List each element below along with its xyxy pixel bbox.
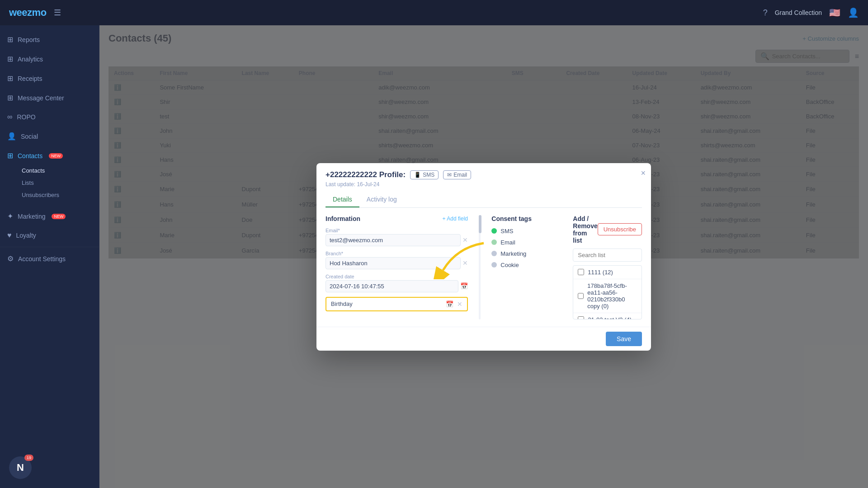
top-navigation: weezmo ☰ ? Grand Collection 🇺🇸 👤 — [0, 0, 868, 25]
birthday-label: Birthday — [331, 300, 363, 307]
email-badge: ✉ Email — [443, 170, 471, 179]
sidebar-item-loyalty[interactable]: ♥ Loyalty — [0, 226, 99, 245]
email-clear-button[interactable]: ✕ — [462, 236, 468, 244]
sidebar-item-marketing[interactable]: ✦ Marketing NEW — [0, 206, 99, 226]
sidebar-item-reports[interactable]: ⊞ Reports — [0, 30, 99, 49]
unsubscribe-button[interactable]: Unsubscribe — [598, 223, 642, 235]
sms-badge: 📱 SMS — [410, 170, 439, 179]
sidebar-item-social[interactable]: 👤 Social — [0, 127, 99, 146]
flag-icon: 🇺🇸 — [829, 7, 840, 18]
notification-count: 19 — [24, 455, 33, 461]
calendar-icon[interactable]: 📅 — [460, 282, 468, 290]
add-field-button[interactable]: + Add field — [443, 216, 468, 222]
list-checkbox-2102[interactable] — [578, 316, 584, 319]
list-items-container: 1111 (12) 178ba78f-5cfb-ea11-aa56-0210b2… — [573, 265, 642, 319]
contacts-icon: ⊞ — [7, 151, 13, 160]
consent-label-marketing: Marketing — [500, 250, 526, 257]
created-date-field-row: Created date 📅 — [326, 274, 468, 292]
tab-activity-log[interactable]: Activity log — [359, 192, 404, 207]
list-item-label: 178ba78f-5cfb-ea11-aa56-0210b2f330b0 cop… — [587, 282, 637, 310]
info-scrollbar — [479, 215, 481, 319]
sidebar-item-label: Message Center — [18, 94, 64, 102]
shop-name: Grand Collection — [775, 9, 822, 16]
help-icon[interactable]: ? — [763, 8, 768, 18]
contacts-new-badge: NEW — [49, 153, 63, 159]
message-center-icon: ⊞ — [7, 94, 13, 102]
information-column: Information + Add field Email* ✕ Branch* — [326, 215, 468, 319]
birthday-calendar-icon[interactable]: 📅 — [446, 300, 453, 308]
consent-sms: SMS — [491, 228, 564, 235]
notification-letter: N — [17, 462, 24, 474]
sidebar-item-analytics[interactable]: ⊞ Analytics — [0, 49, 99, 69]
sidebar-item-label: ROPO — [17, 113, 35, 121]
sidebar-item-label: Contacts — [18, 152, 42, 160]
menu-toggle[interactable]: ☰ — [54, 8, 61, 18]
sidebar-sub-unsubscribers[interactable]: Unsubscribers — [22, 189, 92, 201]
sidebar-item-contacts[interactable]: ⊞ Contacts NEW Contacts Lists Unsubscrib… — [0, 146, 99, 206]
notification-bubble[interactable]: 19 N — [9, 456, 32, 479]
last-update: Last update: 16-Jul-24 — [326, 181, 642, 188]
birthday-field-row: Birthday 📅 ✕ — [326, 297, 468, 311]
consent-email: Email — [491, 239, 564, 246]
branch-clear-button[interactable]: ✕ — [462, 259, 468, 267]
reports-icon: ⊞ — [7, 35, 13, 44]
modal-header: +22222222222 Profile: 📱 SMS ✉ Email Last… — [316, 163, 651, 208]
consent-tags-column: Consent tags SMS Email Marketing — [491, 215, 564, 319]
birthday-input[interactable] — [366, 300, 442, 307]
created-date-input-wrap: 📅 — [326, 280, 468, 292]
list-column: Add / Remove from list Unsubscribe 1111 … — [573, 215, 642, 319]
created-date-input[interactable] — [326, 280, 458, 292]
consent-dot-cookie — [491, 262, 497, 267]
sidebar-item-ropo[interactable]: ∞ ROPO — [0, 108, 99, 127]
list-search-input[interactable] — [573, 249, 642, 262]
modal-title: +22222222222 Profile: — [326, 170, 406, 179]
consent-cookie: Cookie — [491, 262, 564, 268]
sidebar-item-receipts[interactable]: ⊞ Receipts — [0, 69, 99, 88]
email-field-row: Email* ✕ — [326, 228, 468, 246]
sidebar-item-label: Loyalty — [16, 232, 36, 239]
profile-modal: +22222222222 Profile: 📱 SMS ✉ Email Last… — [316, 163, 651, 351]
email-input[interactable] — [326, 234, 461, 246]
info-col-header: Information + Add field — [326, 215, 468, 222]
information-title: Information — [326, 215, 360, 222]
sidebar-item-account-settings[interactable]: ⚙ Account Settings — [0, 249, 99, 268]
analytics-icon: ⊞ — [7, 55, 13, 63]
consent-label-cookie: Cookie — [500, 262, 519, 268]
sidebar-item-label: Social — [21, 133, 38, 140]
scrollbar-thumb — [479, 215, 481, 233]
consent-dot-email — [491, 239, 497, 245]
list-title: Add / Remove from list — [573, 215, 597, 244]
tab-details[interactable]: Details — [326, 192, 359, 207]
list-col-header: Add / Remove from list Unsubscribe — [573, 215, 642, 244]
modal-footer: Save — [316, 327, 651, 351]
contacts-main-item[interactable]: ⊞ Contacts NEW — [7, 151, 92, 160]
branch-label: Branch* — [326, 251, 468, 256]
app-logo: weezmo — [9, 7, 47, 19]
sidebar-sub-contacts[interactable]: Contacts — [22, 164, 92, 177]
modal-overlay[interactable]: +22222222222 Profile: 📱 SMS ✉ Email Last… — [99, 25, 868, 488]
list-checkbox-1111[interactable] — [578, 269, 584, 275]
save-button[interactable]: Save — [606, 332, 642, 346]
modal-close-button[interactable]: × — [641, 169, 646, 178]
receipts-icon: ⊞ — [7, 74, 13, 83]
branch-input-wrap: ✕ — [326, 257, 468, 269]
sidebar-sub-lists[interactable]: Lists — [22, 177, 92, 189]
sidebar-item-label: Receipts — [18, 75, 42, 82]
email-input-wrap: ✕ — [326, 234, 468, 246]
list-item: 21-02 test V2 (4) — [573, 313, 642, 319]
marketing-icon: ✦ — [7, 212, 13, 221]
list-checkbox-178ba78f[interactable] — [578, 293, 584, 299]
list-item-label: 21-02 test V2 (4) — [588, 316, 632, 319]
branch-field-row: Branch* ✕ — [326, 251, 468, 269]
birthday-clear-button[interactable]: ✕ — [457, 300, 462, 308]
ropo-icon: ∞ — [7, 113, 12, 121]
list-item-label: 1111 (12) — [588, 269, 613, 276]
sidebar-item-message-center[interactable]: ⊞ Message Center — [0, 88, 99, 108]
sidebar-item-label: Analytics — [18, 56, 43, 63]
email-label: Email* — [326, 228, 468, 233]
account-settings-icon: ⚙ — [7, 254, 14, 263]
modal-body: Information + Add field Email* ✕ Branch* — [316, 208, 651, 327]
user-avatar-icon[interactable]: 👤 — [848, 7, 859, 18]
branch-input[interactable] — [326, 257, 461, 269]
social-icon: 👤 — [7, 132, 16, 141]
